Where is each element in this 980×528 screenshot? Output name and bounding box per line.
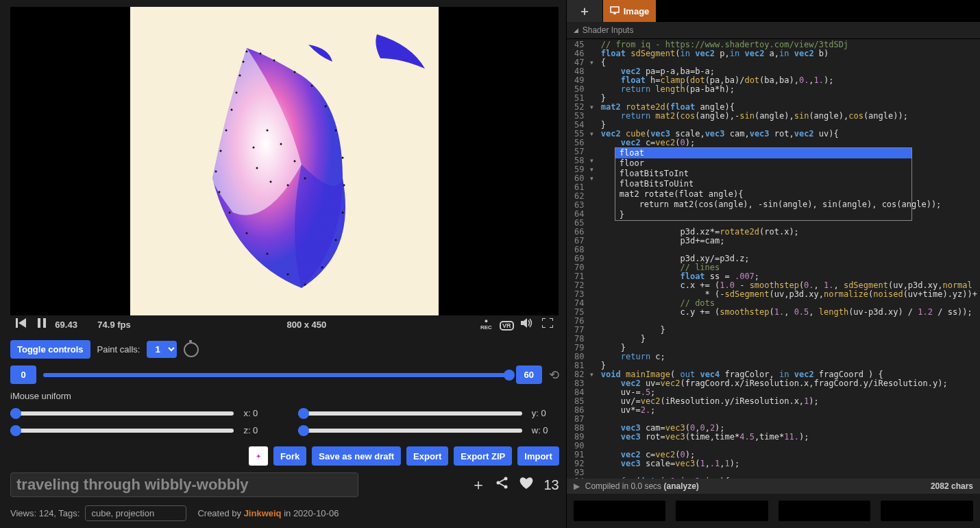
channel-2[interactable] [779, 501, 871, 521]
svg-point-16 [342, 212, 344, 214]
code-editor[interactable]: 45 46 47 ▾ 48 49 50 51 52 ▾ 53 54 55 ▾ 5… [567, 39, 980, 479]
autocomplete-popup[interactable]: floatfloorfloatBitsToIntfloatBitsToUintm… [615, 147, 912, 221]
svg-line-42 [500, 483, 504, 486]
svg-point-6 [220, 150, 222, 152]
editor-tabs: ＋ Image [567, 0, 980, 22]
svg-marker-34 [19, 318, 26, 328]
channel-thumbnails [567, 494, 980, 528]
shader-canvas[interactable] [130, 7, 439, 315]
export-button[interactable]: Export [406, 446, 448, 466]
svg-point-1 [243, 61, 245, 63]
tab-image[interactable]: Image [603, 0, 657, 22]
svg-point-11 [267, 253, 269, 255]
analyze-link[interactable]: (analyze) [663, 481, 698, 491]
svg-point-5 [225, 130, 228, 132]
resolution-display: 800 x 450 [286, 320, 326, 330]
views-label: Views: 124, Tags: [10, 508, 79, 518]
svg-marker-37 [521, 318, 527, 328]
shader-inputs-label: Shader Inputs [583, 25, 634, 35]
save-draft-button[interactable]: Save as new draft [312, 446, 401, 466]
fork-button[interactable]: Fork [273, 446, 306, 466]
compile-status: Compiled in 0.0 secs (analyze) [585, 481, 699, 491]
like-button[interactable] [519, 476, 534, 494]
svg-point-30 [270, 181, 272, 183]
play-compile-icon[interactable]: ▶ [574, 481, 580, 491]
record-button[interactable]: ●REC [478, 318, 493, 331]
svg-point-19 [335, 130, 337, 132]
created-by: Created by Jinkweiq in 2020-10-06 [197, 508, 339, 518]
svg-point-24 [260, 53, 262, 55]
svg-point-20 [325, 106, 327, 108]
char-count: 2082 chars [931, 481, 973, 491]
timeline-end[interactable]: 60 [516, 365, 542, 384]
shader-title-input[interactable] [10, 472, 358, 497]
toggle-controls-button[interactable]: Toggle controls [10, 340, 90, 359]
svg-line-41 [500, 479, 504, 482]
imouse-label: iMouse uniform [10, 391, 559, 401]
svg-point-23 [273, 60, 275, 62]
shader-inputs-panel[interactable]: ◢ Shader Inputs [567, 22, 980, 39]
author-link[interactable]: Jinkweiq [244, 508, 282, 518]
stopwatch-icon[interactable] [184, 342, 199, 357]
svg-point-32 [253, 147, 255, 149]
export-zip-button[interactable]: Export ZIP [454, 446, 512, 466]
vr-button[interactable]: VR [499, 318, 514, 331]
compile-status-bar: ▶ Compiled in 0.0 secs (analyze) 2082 ch… [567, 479, 980, 494]
fps-display: 74.9 fps [97, 320, 134, 330]
svg-point-9 [229, 212, 231, 214]
rewind-button[interactable] [14, 318, 29, 331]
svg-point-0 [246, 51, 248, 53]
svg-point-7 [215, 171, 217, 173]
playback-bar: 69.43 74.9 fps 800 x 450 ●REC VR [10, 315, 559, 333]
svg-point-22 [294, 71, 296, 73]
import-button[interactable]: Import [517, 446, 559, 466]
svg-point-3 [236, 92, 238, 94]
channel-0[interactable] [574, 501, 666, 521]
imouse-w-slider[interactable] [298, 429, 522, 433]
svg-point-29 [287, 184, 289, 187]
imouse-z-slider[interactable] [10, 429, 234, 433]
imouse-w-value: w: 0 [532, 425, 559, 435]
add-icon[interactable]: ＋ [471, 475, 486, 495]
add-tab-button[interactable]: ＋ [567, 0, 603, 22]
svg-point-14 [321, 267, 323, 269]
preview-thumbnail[interactable]: ✦ [249, 446, 268, 466]
pause-button[interactable] [34, 318, 49, 331]
svg-rect-43 [611, 7, 619, 12]
imouse-y-slider[interactable] [298, 411, 522, 416]
svg-rect-36 [43, 318, 46, 328]
collapse-icon: ◢ [574, 27, 578, 34]
tags-input[interactable] [85, 505, 186, 521]
svg-rect-33 [16, 318, 18, 328]
svg-point-10 [246, 232, 248, 235]
channel-3[interactable] [881, 501, 973, 521]
timeline-slider[interactable] [43, 373, 509, 377]
share-icon[interactable] [495, 476, 509, 494]
svg-point-25 [267, 130, 269, 132]
monitor-icon [610, 6, 620, 16]
svg-point-28 [304, 178, 306, 180]
loop-icon[interactable]: ⟲ [549, 368, 559, 383]
imouse-x-slider[interactable] [10, 411, 234, 416]
paint-calls-select[interactable]: 1 [147, 341, 177, 358]
svg-rect-35 [38, 318, 40, 328]
svg-point-17 [343, 184, 345, 187]
imouse-z-value: z: 0 [243, 425, 271, 435]
like-count: 13 [543, 477, 559, 493]
svg-point-18 [342, 157, 344, 159]
svg-point-4 [231, 109, 233, 111]
shader-canvas-container [10, 7, 559, 315]
line-gutter: 45 46 47 ▾ 48 49 50 51 52 ▾ 53 54 55 ▾ 5… [567, 39, 598, 479]
svg-point-31 [256, 167, 258, 169]
svg-point-13 [304, 284, 306, 286]
svg-point-27 [294, 160, 296, 163]
tab-image-label: Image [624, 6, 650, 16]
svg-point-26 [280, 143, 282, 145]
svg-point-2 [239, 75, 241, 77]
timeline-start[interactable]: 0 [10, 365, 36, 384]
code-area[interactable]: // from iq - https://www.shadertoy.com/v… [598, 39, 980, 479]
svg-point-12 [287, 274, 289, 276]
volume-button[interactable] [519, 318, 535, 331]
channel-1[interactable] [676, 501, 768, 521]
fullscreen-button[interactable] [540, 318, 555, 331]
